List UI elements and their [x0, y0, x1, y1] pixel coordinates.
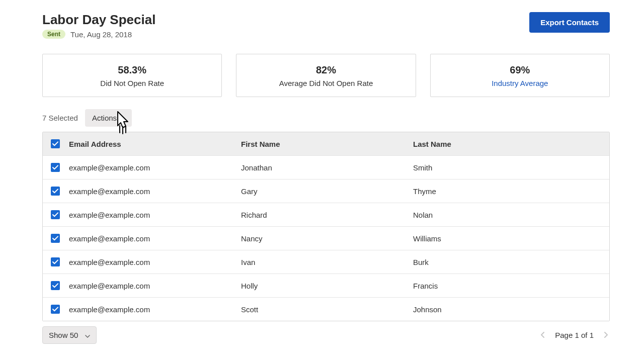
stat-card-industry-average: 69% Industry Average — [430, 54, 610, 97]
stats-row: 58.3% Did Not Open Rate 82% Average Did … — [42, 54, 610, 97]
stat-value: 82% — [242, 64, 410, 76]
cell-first-name: Holly — [241, 282, 413, 290]
cell-last-name: Burk — [413, 258, 601, 266]
cell-first-name: Jonathan — [241, 163, 413, 172]
contacts-table: Email Address First Name Last Name examp… — [42, 132, 610, 321]
cell-email: example@example.com — [69, 258, 241, 266]
table-row[interactable]: example@example.comGaryThyme — [43, 179, 609, 203]
cell-last-name: Francis — [413, 282, 601, 290]
cell-email: example@example.com — [69, 187, 241, 196]
cell-last-name: Williams — [413, 234, 601, 243]
cell-first-name: Ivan — [241, 258, 413, 266]
select-all-checkbox[interactable] — [51, 139, 60, 148]
table-row[interactable]: example@example.comHollyFrancis — [43, 274, 609, 297]
stat-card-average-did-not-open: 82% Average Did Not Open Rate — [236, 54, 416, 97]
next-page-button[interactable] — [602, 329, 610, 341]
row-checkbox[interactable] — [51, 281, 60, 290]
prev-page-button[interactable] — [539, 329, 547, 341]
status-badge: Sent — [42, 30, 65, 39]
cell-first-name: Nancy — [241, 234, 413, 243]
cell-email: example@example.com — [69, 163, 241, 172]
chevron-down-icon — [85, 331, 90, 339]
selected-count: 7 Selected — [42, 114, 78, 122]
page-size-label: Show 50 — [49, 331, 78, 339]
cell-email: example@example.com — [69, 234, 241, 243]
row-checkbox[interactable] — [51, 210, 60, 219]
export-contacts-button[interactable]: Export Contacts — [529, 12, 610, 33]
stat-card-did-not-open: 58.3% Did Not Open Rate — [42, 54, 222, 97]
row-checkbox[interactable] — [51, 305, 60, 314]
stat-value: 69% — [436, 64, 604, 76]
table-header-row: Email Address First Name Last Name — [43, 132, 609, 155]
row-checkbox[interactable] — [51, 163, 60, 172]
row-checkbox[interactable] — [51, 187, 60, 196]
row-checkbox[interactable] — [51, 257, 60, 266]
table-row[interactable]: example@example.comJonathanSmith — [43, 155, 609, 179]
cell-last-name: Nolan — [413, 211, 601, 219]
chevron-down-icon — [120, 114, 125, 122]
table-row[interactable]: example@example.comRichardNolan — [43, 203, 609, 226]
cell-email: example@example.com — [69, 211, 241, 219]
cell-email: example@example.com — [69, 305, 241, 314]
table-row[interactable]: example@example.comNancyWilliams — [43, 226, 609, 250]
cell-email: example@example.com — [69, 282, 241, 290]
cell-first-name: Gary — [241, 187, 413, 196]
page-size-select[interactable]: Show 50 — [42, 326, 97, 344]
col-last-name-header[interactable]: Last Name — [413, 140, 601, 148]
cell-last-name: Johnson — [413, 305, 601, 314]
industry-average-link[interactable]: Industry Average — [436, 79, 604, 87]
stat-label: Average Did Not Open Rate — [242, 79, 410, 87]
table-row[interactable]: example@example.comIvanBurk — [43, 250, 609, 274]
sent-date: Tue, Aug 28, 2018 — [70, 30, 132, 39]
actions-label: Actions — [92, 114, 117, 122]
table-row[interactable]: example@example.comScottJohnson — [43, 297, 609, 321]
cell-last-name: Smith — [413, 163, 601, 172]
cell-first-name: Scott — [241, 305, 413, 314]
pagination: Page 1 of 1 — [539, 329, 610, 341]
cell-first-name: Richard — [241, 211, 413, 219]
stat-label: Did Not Open Rate — [48, 79, 216, 87]
cell-last-name: Thyme — [413, 187, 601, 196]
page-indicator: Page 1 of 1 — [555, 331, 594, 339]
row-checkbox[interactable] — [51, 234, 60, 243]
actions-dropdown-button[interactable]: Actions — [85, 109, 132, 127]
page-title: Labor Day Special — [42, 12, 155, 28]
col-email-header[interactable]: Email Address — [69, 140, 241, 148]
col-first-name-header[interactable]: First Name — [241, 140, 413, 148]
stat-value: 58.3% — [48, 64, 216, 76]
